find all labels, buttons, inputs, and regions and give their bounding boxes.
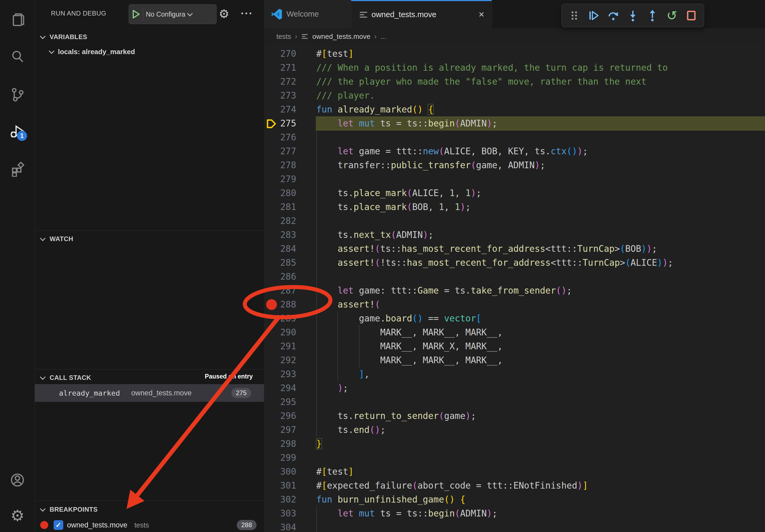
tab-label: Welcome: [287, 10, 319, 19]
variables-label: VARIABLES: [50, 33, 87, 41]
breadcrumb-item[interactable]: tests: [276, 32, 291, 41]
line-number[interactable]: 278: [264, 158, 296, 172]
line-number[interactable]: 304: [264, 520, 296, 532]
source-control-icon[interactable]: [10, 87, 25, 102]
debug-settings-gear-icon[interactable]: ⚙: [219, 6, 229, 22]
continue-button[interactable]: [587, 9, 600, 22]
restart-button[interactable]: ↺: [666, 9, 678, 22]
section-variables[interactable]: VARIABLES: [35, 30, 264, 44]
code-text: ts.place_mark(ALICE, 1, 1);: [316, 186, 481, 200]
code-line: 275 let mut ts = ts::begin(ADMIN);: [264, 117, 765, 131]
breakpoint-checkbox[interactable]: ✓: [54, 520, 63, 530]
toolbar-drag-grip[interactable]: [568, 9, 581, 22]
code-text: /// When a position is already marked, t…: [316, 61, 668, 75]
line-number[interactable]: 274: [264, 103, 296, 117]
code-line: 302fun burn_unfinished_game() {: [264, 493, 765, 507]
locals-scope-row[interactable]: locals: already_marked: [50, 48, 135, 56]
chevron-down-icon: [49, 48, 54, 54]
step-over-button[interactable]: [607, 9, 620, 22]
code-text: #[test]: [316, 465, 354, 479]
line-number[interactable]: 288: [264, 298, 296, 312]
tab-owned-tests[interactable]: owned_tests.move ✕: [351, 0, 492, 28]
line-number[interactable]: 284: [264, 242, 296, 256]
section-divider: [35, 230, 264, 231]
line-number[interactable]: 286: [264, 270, 296, 284]
line-number[interactable]: 299: [264, 451, 296, 465]
section-watch[interactable]: WATCH: [35, 232, 264, 246]
code-text: let mut ts = ts::begin(ADMIN);: [316, 117, 497, 131]
frame-file-name: owned_tests.move: [131, 389, 192, 397]
line-number[interactable]: 272: [264, 75, 296, 89]
line-number[interactable]: 277: [264, 144, 296, 158]
breakpoint-dot-icon: [40, 521, 48, 529]
breakpoints-label: BREAKPOINTS: [50, 506, 98, 513]
code-line: 281 ts.place_mark(BOB, 1, 1);: [264, 200, 765, 214]
explorer-icon[interactable]: [10, 12, 25, 27]
line-number[interactable]: 287: [264, 284, 296, 298]
code-text: fun burn_unfinished_game() {: [316, 493, 465, 507]
settings-gear-icon[interactable]: ⚙: [0, 508, 35, 523]
line-number[interactable]: 289: [264, 312, 296, 326]
line-number[interactable]: 300: [264, 465, 296, 479]
extensions-icon[interactable]: [10, 162, 25, 177]
more-actions-icon[interactable]: ···: [241, 6, 253, 21]
line-number[interactable]: 294: [264, 381, 296, 395]
line-number[interactable]: 302: [264, 493, 296, 507]
code-line: 287 let game: ttt::Game = ts.take_from_s…: [264, 284, 765, 298]
account-icon[interactable]: [10, 472, 25, 487]
chevron-down-icon: [40, 33, 46, 39]
line-number[interactable]: 270: [264, 47, 296, 61]
breakpoint-list-item[interactable]: ✓ owned_tests.move tests 288: [35, 518, 264, 532]
line-number[interactable]: 296: [264, 409, 296, 423]
start-debug-icon[interactable]: [132, 10, 140, 19]
line-number[interactable]: 297: [264, 423, 296, 437]
line-number[interactable]: 301: [264, 479, 296, 493]
step-out-button[interactable]: [646, 9, 659, 22]
code-line: 295: [264, 395, 765, 409]
stop-button[interactable]: [685, 9, 698, 22]
code-text: transfer::public_transfer(game, ADMIN);: [316, 158, 545, 172]
breadcrumb-item[interactable]: owned_tests.move: [312, 32, 371, 41]
line-number[interactable]: 295: [264, 395, 296, 409]
close-icon[interactable]: ✕: [478, 10, 485, 19]
code-line: 300#[test]: [264, 465, 765, 479]
launch-config-dropdown[interactable]: No Configura: [129, 4, 217, 24]
code-text: ts.end();: [316, 423, 385, 437]
run-and-debug-icon[interactable]: 1: [10, 124, 25, 139]
chevron-down-icon: [40, 374, 46, 380]
code-line: 288 assert!(: [264, 298, 765, 312]
line-number[interactable]: 291: [264, 339, 296, 353]
line-number[interactable]: 293: [264, 367, 296, 381]
line-number[interactable]: 303: [264, 507, 296, 520]
line-number[interactable]: 285: [264, 256, 296, 270]
line-number[interactable]: 273: [264, 89, 296, 103]
code-text: /// the player who made the "false" move…: [316, 75, 646, 89]
code-line: 289 game.board() == vector[: [264, 312, 765, 326]
section-breakpoints[interactable]: BREAKPOINTS: [35, 502, 264, 516]
frame-line-badge: 275: [231, 388, 251, 398]
breadcrumb-item[interactable]: ...: [381, 32, 386, 41]
section-divider: [35, 500, 264, 501]
line-number[interactable]: 276: [264, 131, 296, 144]
step-into-button[interactable]: [626, 9, 639, 22]
line-number[interactable]: 292: [264, 353, 296, 367]
line-number[interactable]: 279: [264, 172, 296, 186]
line-number[interactable]: 281: [264, 200, 296, 214]
code-line: 278 transfer::public_transfer(game, ADMI…: [264, 158, 765, 172]
line-number[interactable]: 271: [264, 61, 296, 75]
line-number[interactable]: 298: [264, 437, 296, 451]
line-number[interactable]: 290: [264, 326, 296, 339]
tab-welcome[interactable]: Welcome: [264, 0, 351, 28]
line-number[interactable]: 282: [264, 214, 296, 228]
locals-label: locals: already_marked: [58, 48, 135, 56]
line-number[interactable]: 280: [264, 186, 296, 200]
move-file-icon: [302, 33, 308, 40]
vscode-logo-icon: [271, 9, 282, 20]
call-stack-frame-row[interactable]: already_marked owned_tests.move 275: [35, 384, 264, 402]
line-number[interactable]: 275: [264, 117, 296, 131]
search-icon[interactable]: [10, 49, 25, 64]
line-number[interactable]: 283: [264, 228, 296, 242]
chevron-right-icon: ›: [374, 32, 377, 41]
code-text: assert!(ts::has_most_recent_for_address<…: [316, 242, 657, 256]
activity-bar: 1 ⚙: [0, 0, 35, 532]
